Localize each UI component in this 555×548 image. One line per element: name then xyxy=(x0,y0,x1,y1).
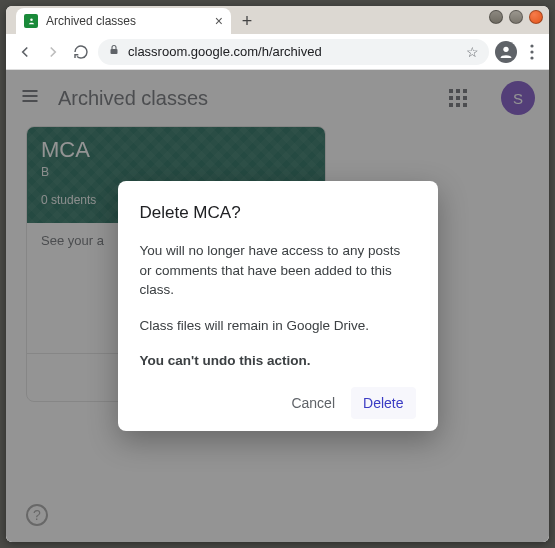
titlebar: Archived classes × + xyxy=(6,6,549,34)
svg-point-5 xyxy=(530,56,533,59)
dialog-actions: Cancel Delete xyxy=(140,387,416,419)
delete-button[interactable]: Delete xyxy=(351,387,415,419)
dialog-body-2: Class files will remain in Google Drive. xyxy=(140,316,416,336)
tab-title: Archived classes xyxy=(46,14,207,28)
dialog-body-1: You will no longer have access to any po… xyxy=(140,241,416,300)
chrome-profile-button[interactable] xyxy=(495,41,517,63)
window-maximize-button[interactable] xyxy=(509,10,523,24)
window-controls xyxy=(489,10,543,24)
modal-overlay[interactable]: Delete MCA? You will no longer have acce… xyxy=(6,70,549,542)
dialog-title: Delete MCA? xyxy=(140,203,416,223)
browser-tab[interactable]: Archived classes × xyxy=(16,8,231,34)
chrome-menu-button[interactable] xyxy=(523,41,541,63)
window-minimize-button[interactable] xyxy=(489,10,503,24)
page-content: Archived classes S MCA B 0 students See … xyxy=(6,70,549,542)
tab-close-icon[interactable]: × xyxy=(215,13,223,29)
omnibox[interactable]: classroom.google.com/h/archived ☆ xyxy=(98,39,489,65)
reload-button[interactable] xyxy=(70,41,92,63)
delete-dialog: Delete MCA? You will no longer have acce… xyxy=(118,181,438,431)
dialog-body-3: You can't undo this action. xyxy=(140,351,416,371)
svg-point-2 xyxy=(503,46,508,51)
cancel-button[interactable]: Cancel xyxy=(279,387,347,419)
svg-point-0 xyxy=(30,18,33,21)
lock-icon xyxy=(108,44,120,59)
window-close-button[interactable] xyxy=(529,10,543,24)
forward-button[interactable] xyxy=(42,41,64,63)
address-bar: classroom.google.com/h/archived ☆ xyxy=(6,34,549,70)
browser-window: Archived classes × + classroom.google.co… xyxy=(6,6,549,542)
bookmark-star-icon[interactable]: ☆ xyxy=(466,44,479,60)
url-text: classroom.google.com/h/archived xyxy=(128,44,458,59)
svg-rect-1 xyxy=(111,49,118,54)
back-button[interactable] xyxy=(14,41,36,63)
svg-point-4 xyxy=(530,50,533,53)
classroom-favicon xyxy=(24,14,38,28)
svg-point-3 xyxy=(530,44,533,47)
new-tab-button[interactable]: + xyxy=(235,9,259,33)
